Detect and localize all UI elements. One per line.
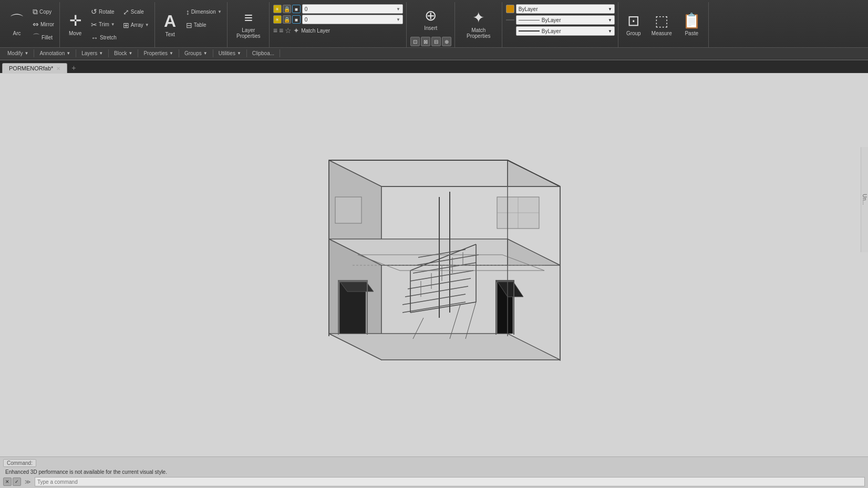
rotate-icon: ↺ (91, 7, 97, 16)
command-label: Command: (3, 459, 36, 467)
dimension-icon: ↕ (186, 8, 190, 16)
paste-button[interactable]: 📋 Paste (678, 6, 705, 44)
stretch-button[interactable]: ↔ Stretch (89, 33, 119, 43)
modify-col2: ⤢ Scale ⊞ Array ▼ (121, 6, 151, 44)
lineweight-dropdown[interactable]: ByLayer ▼ (516, 26, 615, 36)
insert-sub-btns: ⊡ ⊠ ⊟ ⊕ (410, 37, 451, 46)
insert-sub-3[interactable]: ⊟ (431, 37, 441, 46)
linetype-dropdown[interactable]: ByLayer ▼ (516, 15, 615, 25)
array-arrow: ▼ (145, 23, 149, 27)
layer-lock-icon-2[interactable]: 🔒 (283, 15, 291, 24)
text-icon: A (164, 13, 176, 29)
prop-row-linetype: ByLayer ▼ (506, 15, 615, 25)
command-input[interactable] (35, 477, 865, 486)
color-dropdown[interactable]: ByLayer ▼ (516, 4, 615, 14)
tab-pormenorfab[interactable]: PORMENORfab* ✕ (2, 63, 67, 73)
label-clipboard[interactable]: Clipboa... (247, 49, 280, 57)
layer-icon-sm-3[interactable]: ☆ (285, 26, 292, 35)
measure-button[interactable]: ⬚ Measure (647, 6, 676, 44)
layer-icons-2: ☀ 🔒 ■ (273, 15, 301, 24)
rotate-button[interactable]: ↺ Rotate (89, 6, 119, 17)
label-layers[interactable]: Layers ▼ (76, 49, 109, 57)
command-check-btn[interactable]: ✓ (13, 477, 21, 486)
layer-color-icon-1[interactable]: ■ (292, 5, 301, 13)
copy-col: ⧉ Copy ⇔ Mirror ⌒ Fillet (30, 6, 56, 44)
table-icon: ⊟ (186, 21, 192, 29)
insert-sub-2[interactable]: ⊠ (421, 37, 430, 46)
label-groups[interactable]: Groups ▼ (179, 49, 213, 57)
tab-add-button[interactable]: + (68, 63, 79, 73)
label-block[interactable]: Block ▼ (109, 49, 138, 57)
stretch-icon: ↔ (91, 34, 98, 42)
color-swatch[interactable] (506, 5, 514, 13)
tab-close[interactable]: ✕ (56, 66, 60, 71)
modify-arrow: ▼ (24, 51, 28, 56)
label-utilities[interactable]: Utilities ▼ (213, 49, 247, 57)
layer-lock-icon[interactable]: 🔒 (283, 5, 291, 13)
paste-icon: 📋 (683, 14, 701, 28)
match-properties-button[interactable]: ✦ Match Properties (459, 6, 499, 44)
linetype-swatch (506, 19, 514, 20)
label-modify[interactable]: Modify ▼ (2, 49, 34, 57)
arc-button[interactable]: ⌒ Arc (5, 6, 28, 44)
command-input-btns: ✕ ✓ (3, 477, 21, 486)
command-x-btn[interactable]: ✕ (3, 477, 12, 486)
match-icon: ✦ (472, 11, 484, 25)
props-group: ByLayer ▼ ByLayer ▼ ByLayer ▼ (503, 2, 618, 47)
group-button[interactable]: ⊡ Group (622, 6, 645, 44)
layer-dropdown-1[interactable]: 0 ▼ (302, 4, 403, 14)
text-button[interactable]: A Text (159, 6, 182, 44)
mirror-button[interactable]: ⇔ Mirror (30, 19, 56, 29)
command-prompt-icon: ≫ (23, 479, 33, 485)
annotation-arrow: ▼ (66, 51, 70, 56)
utilities-arrow: ▼ (237, 51, 241, 56)
layer-properties-button[interactable]: ≡ Layer Properties (231, 6, 266, 44)
insert-button[interactable]: ⊕ Insert (419, 3, 442, 36)
table-button[interactable]: ⊟ Table (184, 20, 224, 30)
ribbon-group-match: ✦ Match Properties (456, 2, 502, 47)
trim-button[interactable]: ✂ Trim ▼ (89, 19, 119, 30)
right-panel-handle[interactable]: Un... (861, 147, 868, 252)
layer-sun-icon[interactable]: ☀ (273, 5, 282, 13)
dimension-button[interactable]: ↕ Dimension ▼ (184, 7, 224, 17)
trim-icon: ✂ (91, 20, 97, 29)
scale-button[interactable]: ⤢ Scale (121, 7, 151, 17)
svg-rect-44 (335, 197, 361, 223)
ribbon-labels: Modify ▼ Annotation ▼ Layers ▼ Block ▼ P… (0, 47, 868, 59)
command-status: Enhanced 3D performance is not available… (3, 469, 865, 475)
move-icon: ✛ (69, 14, 81, 28)
label-annotation[interactable]: Annotation ▼ (34, 49, 76, 57)
linetype-arrow: ▼ (608, 18, 612, 23)
layer-icon-sm-1[interactable]: ≡ (273, 26, 277, 35)
ribbon-group-right: ⊡ Group ⬚ Measure 📋 Paste (619, 2, 709, 47)
fillet-button[interactable]: ⌒ Fillet (30, 32, 56, 43)
command-area: Command: Enhanced 3D performance is not … (0, 456, 868, 488)
building-svg (276, 118, 592, 412)
layer-sun-icon-2[interactable]: ☀ (273, 15, 282, 24)
layer-dropdown-2[interactable]: 0 ▼ (302, 15, 403, 24)
ribbon-group-arc-copy: ⌒ Arc ⧉ Copy ⇔ Mirror ⌒ Fillet (2, 2, 60, 47)
copy-icon: ⧉ (33, 7, 38, 16)
layer-dropdown-arrow-1: ▼ (396, 7, 400, 12)
insert-sub-1[interactable]: ⊡ (410, 37, 420, 46)
copy-button[interactable]: ⧉ Copy (30, 6, 56, 17)
viewport[interactable]: Un... (0, 74, 868, 456)
dim-arrow: ▼ (218, 9, 222, 14)
match-layer-btn[interactable]: Match Layer (301, 28, 330, 34)
color-arrow: ▼ (608, 7, 612, 12)
label-properties[interactable]: Properties ▼ (138, 49, 179, 57)
layer-icons-1: ☀ 🔒 ■ (273, 5, 301, 13)
ribbon-group-modify: ✛ Move ↺ Rotate ✂ Trim ▼ ↔ Stretc (60, 2, 155, 47)
layers-arrow: ▼ (99, 51, 103, 56)
ribbon-toolbar: ⌒ Arc ⧉ Copy ⇔ Mirror ⌒ Fillet (0, 0, 868, 47)
move-button[interactable]: ✛ Move (64, 6, 87, 44)
lineweight-arrow: ▼ (608, 29, 612, 34)
insert-sub-4[interactable]: ⊕ (442, 37, 451, 46)
layers-group: ☀ 🔒 ■ 0 ▼ ☀ 🔒 ■ 0 ▼ (270, 2, 407, 47)
layer-icon-sm-2[interactable]: ≡ (279, 26, 283, 35)
array-button[interactable]: ⊞ Array ▼ (121, 20, 151, 30)
layer-color-icon-2[interactable]: ■ (292, 15, 301, 24)
scale-icon: ⤢ (123, 8, 129, 16)
layer-icon-sm-4[interactable]: ✦ (293, 26, 299, 35)
svg-rect-35 (338, 280, 367, 282)
